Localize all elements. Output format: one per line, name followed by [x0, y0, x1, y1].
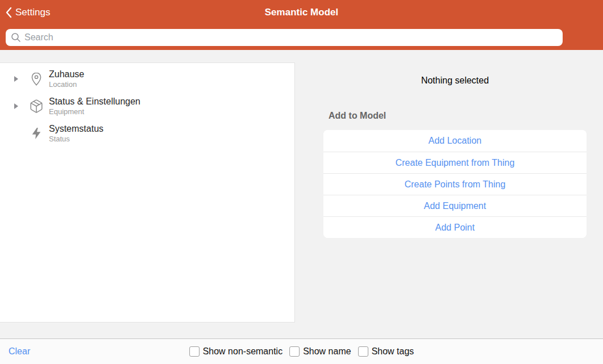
back-button-label: Settings — [15, 7, 50, 18]
add-to-model-action-list: Add Location Create Equipment from Thing… — [323, 130, 587, 238]
search-input[interactable] — [6, 29, 563, 46]
checkbox-show-tags[interactable]: Show tags — [358, 346, 414, 357]
footer-toolbar: Clear Show non-semantic Show name Show t… — [0, 338, 603, 364]
tree-item-subtitle: Equipment — [49, 107, 140, 116]
tree-item-title: Systemstatus — [49, 123, 103, 134]
action-button-add-equipment[interactable]: Add Equipment — [323, 195, 587, 216]
action-button-create-points-from-thing[interactable]: Create Points from Thing — [323, 173, 587, 195]
tree-item-subtitle: Status — [49, 135, 103, 144]
package-icon — [28, 98, 44, 114]
tree-item-status-einstellungen[interactable]: Status & Einstellungen Equipment — [0, 93, 294, 120]
nothing-selected-message: Nothing selected — [323, 76, 587, 86]
action-button-add-point[interactable]: Add Point — [323, 216, 587, 238]
action-button-create-equipment-from-thing[interactable]: Create Equipment from Thing — [323, 152, 587, 173]
display-options: Show non-semantic Show name Show tags — [189, 339, 414, 364]
back-button[interactable]: Settings — [5, 0, 50, 25]
expand-arrow-icon[interactable] — [13, 103, 19, 110]
navbar: Settings Semantic Model — [0, 0, 603, 25]
clear-button[interactable]: Clear — [9, 339, 30, 364]
search-icon — [11, 32, 21, 43]
checkbox[interactable] — [189, 346, 199, 357]
checkbox-label: Show tags — [372, 346, 414, 357]
model-tree: Zuhause Location Status & Einstellungen … — [0, 62, 295, 323]
checkbox-label: Show name — [303, 346, 351, 357]
page-title: Semantic Model — [0, 0, 603, 25]
chevron-left-icon — [5, 7, 12, 18]
tree-item-title: Zuhause — [49, 69, 84, 80]
add-to-model-heading: Add to Model — [328, 111, 386, 121]
action-button-add-location[interactable]: Add Location — [323, 130, 587, 152]
checkbox-show-non-semantic[interactable]: Show non-semantic — [189, 346, 283, 357]
tree-item-systemstatus[interactable]: Systemstatus Status — [0, 120, 294, 147]
tree-item-title: Status & Einstellungen — [49, 96, 140, 107]
location-pin-icon — [28, 71, 44, 87]
header-bar: Settings Semantic Model — [0, 0, 603, 50]
expand-arrow-icon[interactable] — [13, 76, 19, 82]
checkbox[interactable] — [358, 346, 368, 357]
search-bar — [0, 25, 603, 50]
checkbox[interactable] — [289, 346, 300, 357]
checkbox-show-name[interactable]: Show name — [289, 346, 351, 357]
tree-item-subtitle: Location — [49, 80, 84, 89]
checkbox-label: Show non-semantic — [203, 346, 283, 357]
lightning-bolt-icon — [28, 125, 44, 141]
tree-item-zuhause[interactable]: Zuhause Location — [0, 65, 294, 93]
